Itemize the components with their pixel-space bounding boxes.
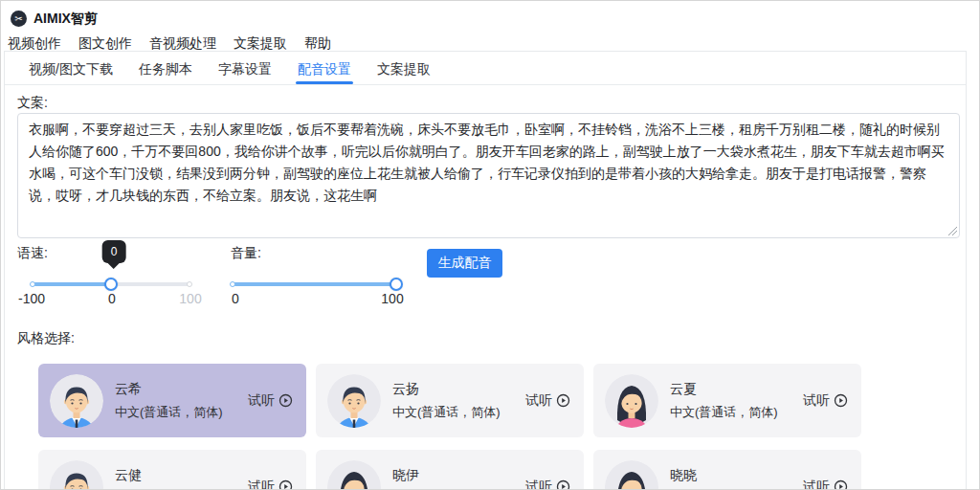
voice-meta: 云夏 中文(普通话，简体) [670, 381, 803, 421]
speed-tooltip: 0 [102, 240, 126, 263]
play-circle-icon [556, 479, 570, 490]
voice-card[interactable]: 晓伊 中文(普通话，简体) 试听 [316, 450, 584, 490]
voice-meta: 云健 中文(普通话，简体) [115, 467, 248, 490]
voice-listen-button[interactable]: 试听 [248, 392, 293, 410]
style-select-label: 风格选择: [17, 330, 75, 347]
title-bar: ✂ AIMIX智剪 [1, 1, 979, 30]
volume-tick-max: 100 [381, 291, 403, 306]
play-circle-icon [834, 393, 848, 408]
voice-avatar [50, 460, 103, 490]
tab-dubbing-settings[interactable]: 配音设置 [298, 61, 351, 84]
script-textarea[interactable]: 衣服啊，不要穿超过三天，去别人家里吃饭，饭后不要帮着洗碗，床头不要放毛巾，卧室啊… [17, 113, 960, 238]
app-window: { "app": { "title": "AIMIX智剪" }, "menu":… [0, 0, 980, 490]
menu-av-processing[interactable]: 音视频处理 [149, 35, 216, 50]
menu-help[interactable]: 帮助 [304, 35, 331, 50]
volume-slider-fill [232, 282, 396, 286]
speed-slider-thumb[interactable] [104, 278, 118, 291]
voice-avatar [327, 374, 381, 428]
speed-slider-min-dot [30, 281, 35, 287]
volume-tick-min: 0 [232, 291, 239, 306]
voice-listen-label: 试听 [803, 392, 830, 410]
script-editor-wrap: 衣服啊，不要穿超过三天，去别人家里吃饭，饭后不要帮着洗碗，床头不要放毛巾，卧室啊… [17, 113, 960, 238]
tab-subtitle-settings[interactable]: 字幕设置 [218, 61, 272, 84]
app-logo-icon: ✂ [11, 11, 27, 27]
menu-video-create[interactable]: 视频创作 [8, 35, 61, 50]
voice-listen-button[interactable]: 试听 [803, 479, 848, 490]
female-avatar-icon [605, 460, 658, 490]
speed-label: 语速: [17, 245, 48, 262]
voice-card[interactable]: 云扬 中文(普通话，简体) 试听 [316, 364, 584, 437]
tab-copy-extract[interactable]: 文案提取 [377, 61, 431, 84]
voice-name: 云健 [115, 467, 248, 484]
voice-avatar [50, 374, 103, 428]
volume-slider[interactable] [232, 282, 396, 286]
menu-copy-extract[interactable]: 文案提取 [234, 35, 287, 50]
female-avatar-icon [327, 460, 381, 490]
speed-slider[interactable] [32, 282, 190, 286]
voice-card[interactable]: 晓晓 中文(普通话，简体) 试听 [593, 450, 861, 490]
main-panel: 视频/图文下载 任务脚本 字幕设置 配音设置 文案提取 文案: 衣服啊，不要穿超… [4, 51, 967, 490]
voice-name: 晓伊 [392, 467, 525, 484]
menu-image-text-create[interactable]: 图文创作 [78, 35, 132, 50]
textarea-resize-handle[interactable] [947, 226, 957, 235]
female-avatar-icon [605, 374, 658, 428]
voice-card[interactable]: 云夏 中文(普通话，简体) 试听 [593, 364, 861, 437]
voice-avatar [605, 374, 658, 428]
voice-meta: 云希 中文(普通话，简体) [115, 381, 248, 421]
voice-meta: 晓伊 中文(普通话，简体) [392, 467, 525, 490]
play-circle-icon [556, 393, 570, 408]
male-avatar-icon [50, 460, 103, 490]
voice-listen-button[interactable]: 试听 [248, 479, 293, 490]
voice-meta: 云扬 中文(普通话，简体) [392, 381, 525, 421]
voice-avatar [327, 460, 381, 490]
voice-listen-button[interactable]: 试听 [803, 392, 848, 410]
play-circle-icon [834, 479, 848, 490]
voice-card[interactable]: 云希 中文(普通话，简体) 试听 [38, 364, 306, 437]
speed-slider-max-dot [187, 281, 192, 287]
app-title: AIMIX智剪 [33, 11, 98, 28]
volume-slider-thumb[interactable] [390, 278, 403, 291]
volume-slider-min-dot [230, 281, 235, 287]
speed-tick-min: -100 [18, 291, 45, 306]
voice-name: 晓晓 [670, 467, 803, 484]
generate-dubbing-button[interactable]: 生成配音 [427, 249, 502, 278]
tab-video-download[interactable]: 视频/图文下载 [29, 61, 113, 84]
voice-name: 云夏 [670, 381, 803, 398]
speed-slider-fill [32, 282, 111, 286]
volume-label: 音量: [231, 245, 261, 262]
voice-avatar [605, 460, 658, 490]
voice-listen-label: 试听 [803, 479, 830, 490]
male-avatar-icon [327, 374, 381, 428]
script-label: 文案: [17, 95, 48, 112]
voice-listen-button[interactable]: 试听 [525, 479, 570, 490]
speed-tick-max: 100 [179, 291, 201, 306]
play-circle-icon [278, 479, 293, 490]
voice-name: 云扬 [392, 381, 525, 398]
voice-listen-label: 试听 [525, 392, 552, 410]
speed-tick-mid: 0 [108, 291, 116, 306]
voice-desc: 中文(普通话，简体) [392, 404, 525, 421]
voice-name: 云希 [115, 381, 248, 398]
voice-card[interactable]: 云健 中文(普通话，简体) 试听 [38, 450, 306, 490]
play-circle-icon [278, 393, 293, 408]
voice-listen-label: 试听 [248, 479, 275, 490]
voice-listen-label: 试听 [248, 392, 275, 410]
male-avatar-icon [50, 374, 103, 428]
voice-desc: 中文(普通话，简体) [115, 404, 248, 421]
voice-meta: 晓晓 中文(普通话，简体) [670, 467, 803, 490]
tab-bar: 视频/图文下载 任务脚本 字幕设置 配音设置 文案提取 [5, 52, 966, 85]
voice-listen-label: 试听 [525, 479, 552, 490]
voice-desc: 中文(普通话，简体) [670, 404, 803, 421]
voice-card-grid: 云希 中文(普通话，简体) 试听 [38, 364, 880, 490]
voice-listen-button[interactable]: 试听 [525, 392, 570, 410]
tab-task-script[interactable]: 任务脚本 [139, 61, 192, 84]
